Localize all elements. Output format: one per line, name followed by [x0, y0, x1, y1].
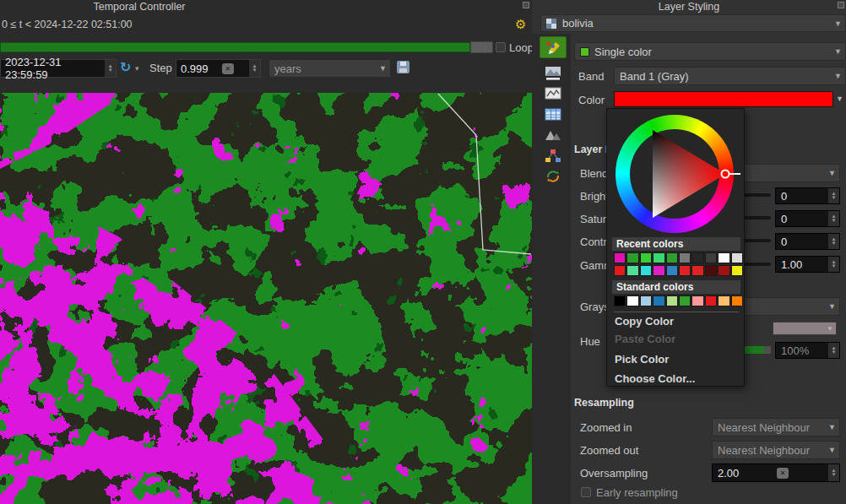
hue-strength-spinbox[interactable]: 100% ▲▼	[775, 342, 840, 359]
attribute-table-tab[interactable]	[540, 104, 567, 126]
color-label: Color	[578, 94, 605, 106]
settings-gear-icon[interactable]: ⚙	[515, 19, 526, 30]
color-swatch[interactable]	[653, 295, 664, 306]
color-dropdown-caret[interactable]: ▼	[836, 95, 843, 103]
color-swatch[interactable]	[731, 252, 743, 263]
loop-label: Loop	[509, 41, 534, 54]
chevron-down-icon: ▼	[834, 47, 842, 56]
symbology-tab[interactable]	[540, 36, 567, 58]
spin-buttons[interactable]: ▲▼	[105, 60, 116, 77]
zoomed-out-dropdown[interactable]: Nearest Neighbour ▼	[712, 441, 840, 459]
pick-color-item[interactable]: Pick Color	[607, 350, 746, 368]
color-swatch[interactable]	[626, 295, 638, 306]
loop-checkbox[interactable]	[496, 42, 506, 52]
color-swatch[interactable]	[666, 295, 678, 306]
color-swatch[interactable]	[640, 265, 652, 276]
standard-colors-header: Standard colors	[612, 280, 740, 294]
metadata-icon	[545, 149, 561, 164]
spin-buttons[interactable]: ▲▼	[828, 343, 839, 358]
time-slider-track[interactable]	[0, 42, 470, 52]
refresh-icon[interactable]: ↻	[120, 59, 131, 75]
color-swatch[interactable]	[653, 265, 664, 276]
panel-dock-icon[interactable]	[523, 2, 529, 8]
color-swatch[interactable]	[718, 252, 729, 263]
save-settings-icon[interactable]	[397, 61, 409, 73]
zoomed-in-dropdown[interactable]: Nearest Neighbour ▼	[712, 418, 840, 436]
color-swatch[interactable]	[626, 252, 638, 263]
gamma-spinbox[interactable]: 1.00 ▲▼	[775, 256, 840, 273]
brightness-value: 0	[781, 190, 787, 203]
color-swatch[interactable]	[705, 252, 717, 263]
copy-color-item[interactable]: Copy Color	[607, 312, 746, 330]
zoomed-out-label: Zoomed out	[580, 444, 638, 457]
chevron-down-icon: ▼	[828, 446, 836, 454]
clear-icon[interactable]: ✕	[777, 468, 789, 479]
history-tab[interactable]	[540, 165, 567, 187]
step-unit-dropdown[interactable]: years ▼	[268, 59, 391, 78]
color-swatch[interactable]	[731, 265, 743, 276]
color-swatch[interactable]	[614, 265, 626, 276]
color-swatch[interactable]	[626, 265, 638, 276]
step-label: Step	[149, 62, 172, 74]
colorize-color-button[interactable]: ▼	[773, 322, 837, 335]
color-swatch[interactable]	[640, 295, 652, 306]
layer-selector-dropdown[interactable]: bolivia ▼	[540, 14, 846, 32]
zoomed-in-value: Nearest Neighbour	[718, 421, 810, 434]
pyramids-tab[interactable]	[540, 125, 567, 147]
color-swatch[interactable]	[691, 252, 703, 263]
color-swatch[interactable]	[718, 295, 729, 306]
map-canvas[interactable]	[0, 93, 532, 504]
color-swatch[interactable]	[679, 252, 691, 263]
color-swatch[interactable]	[640, 252, 652, 263]
transparency-icon	[545, 66, 561, 81]
choose-color-item[interactable]: Choose Color...	[607, 370, 746, 387]
spin-buttons[interactable]: ▲▼	[828, 257, 839, 272]
color-swatch[interactable]	[653, 252, 664, 263]
color-swatch[interactable]	[666, 265, 678, 276]
color-swatch[interactable]	[666, 252, 678, 263]
color-swatch[interactable]	[705, 295, 717, 306]
clear-icon[interactable]: ✕	[222, 63, 234, 74]
color-swatch[interactable]	[691, 295, 703, 306]
hue-label: Hue	[580, 335, 600, 348]
spin-buttons[interactable]: ▲▼	[828, 234, 839, 249]
step-input[interactable]: 0.999 ✕ ▲▼	[176, 59, 261, 78]
chevron-down-icon: ▼	[828, 302, 836, 311]
color-swatch[interactable]	[679, 265, 691, 276]
band-dropdown[interactable]: Band 1 (Gray) ▼	[614, 67, 846, 85]
chevron-down-icon: ▼	[827, 325, 833, 333]
transparency-tab[interactable]	[540, 62, 567, 84]
renderer-dropdown[interactable]: Single color ▼	[574, 42, 846, 61]
color-swatch[interactable]	[679, 295, 691, 306]
color-swatch[interactable]	[691, 265, 703, 276]
styling-toolbar	[532, 34, 571, 504]
saturation-spinbox[interactable]: 0 ▲▼	[775, 210, 840, 227]
spin-buttons[interactable]: ▲▼	[249, 60, 260, 77]
color-swatch[interactable]	[731, 295, 743, 306]
pyramids-icon	[545, 128, 561, 144]
brightness-spinbox[interactable]: 0 ▲▼	[775, 187, 840, 204]
datetime-input[interactable]: 2023-12-31 23:59:59 ▲▼	[0, 59, 117, 78]
contrast-spinbox[interactable]: 0 ▲▼	[775, 233, 840, 250]
renderer-color-swatch	[580, 47, 589, 57]
spin-buttons[interactable]: ▲▼	[828, 464, 839, 481]
time-slider-handle[interactable]	[470, 41, 493, 53]
spin-buttons[interactable]: ▲▼	[828, 188, 839, 203]
early-resampling-checkbox[interactable]	[581, 487, 591, 497]
refresh-dropdown-caret[interactable]: ▾	[135, 64, 139, 73]
color-swatch[interactable]	[705, 265, 717, 276]
hue-triangle[interactable]	[607, 109, 746, 244]
histogram-tab[interactable]	[540, 83, 567, 105]
metadata-tab[interactable]	[540, 145, 567, 167]
chevron-down-icon: ▼	[834, 72, 842, 80]
color-swatch[interactable]	[614, 295, 626, 306]
panel-dock-icon[interactable]	[838, 2, 844, 8]
color-button[interactable]	[614, 91, 833, 107]
early-resampling-label: Early resampling	[596, 486, 678, 499]
color-swatch[interactable]	[718, 265, 729, 276]
spin-buttons[interactable]: ▲▼	[828, 211, 839, 226]
chevron-down-icon: ▼	[379, 64, 387, 73]
color-swatch[interactable]	[614, 252, 626, 263]
oversampling-input[interactable]: 2.00 ✕ ▲▼	[712, 463, 840, 482]
band-label: Band	[578, 70, 604, 83]
